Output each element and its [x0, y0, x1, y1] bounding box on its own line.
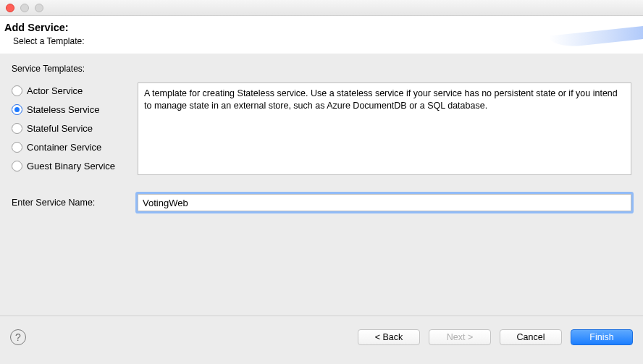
- radio-label: Stateful Service: [27, 123, 93, 134]
- service-name-label: Enter Service Name:: [12, 198, 129, 208]
- help-icon[interactable]: ?: [10, 329, 26, 345]
- wizard-footer: ? < Back Next > Cancel Finish: [0, 316, 643, 357]
- template-option-actor[interactable]: Actor Service: [12, 85, 129, 96]
- button-label: Finish: [589, 332, 613, 342]
- page-subtitle: Select a Template:: [13, 36, 639, 46]
- template-option-stateless[interactable]: Stateless Service: [12, 104, 129, 115]
- radio-icon: [12, 161, 22, 172]
- templates-row: Actor Service Stateless Service Stateful…: [10, 82, 633, 175]
- button-label: Next >: [447, 332, 473, 342]
- radio-label: Guest Binary Service: [27, 161, 115, 172]
- templates-group-label: Service Templates:: [12, 64, 633, 74]
- next-button: Next >: [429, 329, 491, 345]
- finish-button[interactable]: Finish: [571, 329, 633, 345]
- back-button[interactable]: < Back: [358, 329, 420, 345]
- radio-icon: [12, 123, 22, 134]
- button-label: Cancel: [517, 332, 545, 342]
- button-label: < Back: [375, 332, 403, 342]
- service-name-input[interactable]: [138, 194, 631, 211]
- radio-icon: [12, 142, 22, 153]
- wizard-buttons: < Back Next > Cancel Finish: [358, 329, 633, 345]
- radio-icon: [12, 104, 22, 115]
- service-name-row: Enter Service Name:: [10, 194, 633, 211]
- radio-icon: [12, 85, 22, 96]
- wizard-header: Add Service: Select a Template:: [0, 16, 643, 54]
- window-controls: [6, 4, 43, 12]
- template-description: A template for creating Stateless servic…: [138, 82, 631, 175]
- window-titlebar: [0, 0, 643, 16]
- radio-label: Actor Service: [27, 85, 83, 96]
- close-window-button[interactable]: [6, 4, 14, 12]
- template-option-guest-binary[interactable]: Guest Binary Service: [12, 161, 129, 172]
- page-title: Add Service:: [4, 22, 639, 33]
- wizard-body: Service Templates: Actor Service Statele…: [0, 54, 643, 316]
- minimize-window-button[interactable]: [20, 4, 29, 12]
- help-glyph: ?: [15, 331, 21, 343]
- zoom-window-button[interactable]: [35, 4, 43, 12]
- radio-label: Container Service: [27, 142, 101, 153]
- template-option-container[interactable]: Container Service: [12, 142, 129, 153]
- radio-label: Stateless Service: [27, 104, 99, 115]
- template-radio-group: Actor Service Stateless Service Stateful…: [12, 82, 129, 172]
- template-option-stateful[interactable]: Stateful Service: [12, 123, 129, 134]
- cancel-button[interactable]: Cancel: [500, 329, 562, 345]
